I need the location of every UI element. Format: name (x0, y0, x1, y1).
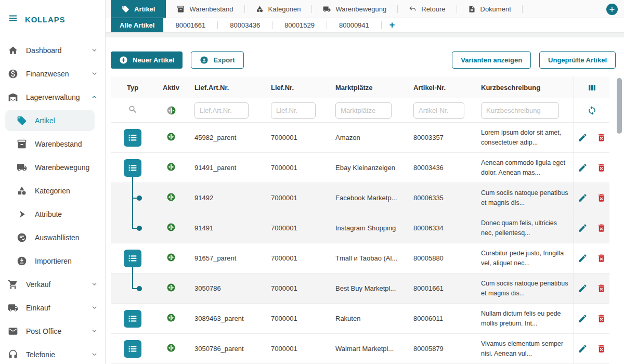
add-article-tab-button[interactable]: + (382, 18, 403, 32)
sidebar-item-auswahllisten[interactable]: Auswahllisten (0, 226, 105, 249)
tab-dokument[interactable]: Dokument (457, 0, 522, 18)
header-lief-nr[interactable]: Lief.Nr. (264, 84, 329, 92)
delete-icon (596, 193, 606, 203)
sidebar: KOLLAPS Dashboard Finanzwesen Lagerverwa… (0, 0, 106, 364)
column-settings-button[interactable] (586, 82, 598, 94)
sidebar-item-einkauf[interactable]: Einkauf (0, 296, 105, 319)
active-filter-toggle[interactable] (165, 105, 177, 116)
add-module-button[interactable] (606, 4, 618, 15)
header-lief-art-nr[interactable]: Lief.Art.Nr. (188, 84, 264, 92)
tab-alle-artikel[interactable]: Alle Artikel (111, 18, 163, 32)
sidebar-item-warenbestand[interactable]: Warenbestand (0, 132, 105, 155)
cell-artikel-nr: 80005879 (407, 345, 474, 353)
filter-lief-art-nr-input[interactable] (194, 102, 249, 119)
filter-kurzbeschreibung-input[interactable] (481, 102, 559, 119)
delete-button[interactable] (595, 222, 607, 234)
table-row-child: 3050786 7000001 Best Buy Marketpl... 800… (111, 274, 609, 304)
cell-marktplatz: Best Buy Marketpl... (329, 284, 407, 292)
filter-artikel-nr-input[interactable] (413, 102, 464, 119)
edit-button[interactable] (577, 252, 589, 264)
sidebar-item-dashboard[interactable]: Dashboard (0, 38, 105, 62)
chevron-up-icon (91, 94, 98, 100)
delete-button[interactable] (595, 252, 607, 264)
tab-article-80000941[interactable]: 80000941 (327, 18, 381, 32)
unchecked-articles-button[interactable]: Ungeprüfte Artikel (539, 51, 616, 69)
tree-connector (132, 273, 133, 289)
active-status-icon[interactable] (166, 343, 176, 355)
edit-button[interactable] (577, 132, 589, 144)
article-list-button[interactable] (124, 159, 141, 177)
filter-lief-nr-input[interactable] (271, 102, 316, 119)
tab-warenbewegung[interactable]: Warenbewegung (312, 0, 397, 18)
shapes-icon (16, 186, 28, 196)
sidebar-item-verkauf[interactable]: Verkauf (0, 272, 105, 296)
sidebar-item-finanzwesen[interactable]: Finanzwesen (0, 62, 105, 85)
header-marktplaetze[interactable]: Marktplätze (329, 84, 407, 92)
refresh-button[interactable] (586, 105, 598, 116)
sidebar-item-kategorien[interactable]: Kategorien (0, 179, 105, 202)
cell-lief-nr: 7000001 (264, 254, 329, 262)
header-aktiv[interactable]: Aktiv (154, 84, 188, 92)
delete-button[interactable] (595, 343, 607, 355)
sidebar-header: KOLLAPS (0, 0, 105, 38)
tree-connector-dot (137, 196, 142, 201)
active-status-icon[interactable] (166, 132, 176, 144)
tab-artikel[interactable]: Artikel (111, 0, 166, 18)
cell-lief-nr: 7000001 (264, 345, 329, 353)
edit-button[interactable] (577, 222, 589, 234)
tab-article-80001529[interactable]: 80001529 (272, 18, 327, 32)
cell-marktplatz: Facebook Marketp... (329, 194, 407, 202)
chevron-down-icon (91, 281, 98, 288)
sidebar-item-post-office[interactable]: Post Office (0, 319, 105, 343)
header-typ[interactable]: Typ (111, 76, 154, 98)
sidebar-item-importieren[interactable]: Importieren (0, 249, 105, 272)
import-icon (16, 256, 28, 266)
sidebar-item-lagerverwaltung[interactable]: Lagerverwaltung (0, 85, 105, 109)
export-button[interactable]: Export (191, 51, 243, 69)
plus-circle-icon (119, 56, 128, 64)
new-article-button[interactable]: Neuer Artikel (111, 51, 183, 69)
active-status-icon[interactable] (166, 162, 176, 174)
cell-artikel-nr: 80005880 (407, 254, 474, 262)
tab-kategorien[interactable]: Kategorien (245, 0, 312, 18)
active-status-icon[interactable] (166, 283, 176, 294)
delete-button[interactable] (595, 282, 607, 294)
header-kurzbeschreibung[interactable]: Kurzbeschreibung (474, 84, 574, 92)
article-list-button[interactable] (124, 340, 141, 358)
delete-button[interactable] (595, 313, 607, 324)
vertical-scrollbar-thumb[interactable] (617, 78, 622, 134)
edit-button[interactable] (577, 282, 589, 294)
active-status-icon[interactable] (166, 192, 176, 204)
tab-retoure[interactable]: Retoure (398, 0, 456, 18)
article-list-button[interactable] (124, 310, 141, 328)
edit-icon (578, 193, 588, 203)
article-list-button[interactable] (124, 250, 141, 267)
delete-icon (596, 223, 606, 233)
header-artikel-nr[interactable]: Artikel-Nr. (407, 84, 474, 92)
tab-warenbestand[interactable]: Warenbestand (166, 0, 244, 18)
hamburger-menu-icon[interactable] (8, 13, 18, 25)
active-status-icon[interactable] (166, 253, 176, 264)
edit-button[interactable] (577, 313, 589, 324)
edit-button[interactable] (577, 192, 589, 204)
sidebar-item-telefonie[interactable]: Telefonie (0, 343, 105, 364)
active-status-icon[interactable] (166, 313, 176, 324)
table-row: 91657_parent 7000001 Tmall и Taobao (Al.… (111, 243, 609, 274)
edit-button[interactable] (577, 343, 589, 355)
sidebar-item-warenbewegung[interactable]: Warenbewegung (0, 155, 105, 179)
sidebar-item-attribute[interactable]: Attribute (0, 202, 105, 226)
edit-button[interactable] (577, 162, 589, 174)
active-status-icon[interactable] (166, 223, 176, 234)
delete-button[interactable] (595, 132, 607, 144)
article-list-button[interactable] (124, 129, 141, 147)
delete-button[interactable] (595, 192, 607, 204)
filter-marktplaetze-input[interactable] (335, 102, 392, 119)
tab-article-80003436[interactable]: 80003436 (218, 18, 272, 32)
delete-icon (596, 133, 606, 142)
edit-icon (578, 133, 588, 142)
sidebar-item-artikel[interactable]: Artikel (5, 110, 95, 131)
tab-article-80001661[interactable]: 80001661 (163, 18, 217, 32)
delete-button[interactable] (595, 162, 607, 174)
refresh-icon (587, 106, 597, 115)
show-variants-button[interactable]: Varianten anzeigen (452, 51, 531, 69)
